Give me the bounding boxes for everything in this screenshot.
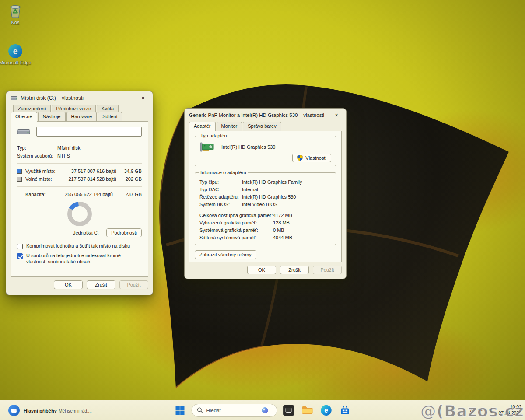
- widget-subheadline: Měl jsem ji rád....: [59, 409, 92, 413]
- svg-text:e: e: [13, 46, 18, 56]
- free-space-bytes: 217 537 814 528 bajtů: [64, 176, 116, 182]
- ok-button[interactable]: OK: [247, 266, 276, 274]
- disk-dialog-front-tabs: Obecné Nástroje Hardware Sdílení: [6, 112, 153, 121]
- taskbar-store[interactable]: [338, 403, 353, 418]
- info-label: Systém BIOS:: [200, 202, 242, 207]
- list-all-modes-button[interactable]: Zobrazit všechny režimy: [195, 250, 256, 259]
- desktop-icon-label: Microsoft Edge: [0, 60, 32, 66]
- used-space-label: Využité místo:: [25, 168, 64, 174]
- info-label: Řetězec adaptéru:: [200, 194, 242, 200]
- info-value: 0 MB: [273, 228, 284, 233]
- apply-button[interactable]: Použít: [119, 280, 148, 289]
- tray-clock[interactable]: 10:02 07.04.2025: [498, 404, 522, 416]
- adapter-properties-button[interactable]: Vlastnosti: [292, 154, 331, 162]
- adapter-properties-dialog: Generic PnP Monitor a Intel(R) HD Graphi…: [184, 108, 346, 279]
- start-button[interactable]: [173, 403, 188, 418]
- desktop-icon-edge[interactable]: e Microsoft Edge: [0, 44, 32, 66]
- filesystem-value: NTFS: [57, 153, 70, 158]
- info-value: Intel Video BIOS: [242, 202, 277, 207]
- search-highlights-icon: [262, 407, 269, 414]
- volume-icon[interactable]: [488, 408, 494, 413]
- type-value: Místní disk: [57, 145, 80, 150]
- cancel-button[interactable]: Zrušit: [280, 266, 309, 274]
- widget-headline: Hlavní příběhy: [24, 408, 57, 413]
- info-label: Typ DAC:: [200, 187, 242, 192]
- search-input[interactable]: [206, 408, 258, 413]
- index-checkbox[interactable]: [17, 253, 23, 259]
- adapter-dialog-tabs: Adaptér Monitor Správa barev: [185, 122, 346, 131]
- info-label: Sdílená systémová paměť:: [200, 235, 273, 240]
- folder-icon: [302, 406, 313, 415]
- edge-icon: e: [321, 405, 332, 416]
- type-label: Typ:: [17, 145, 57, 150]
- adapter-dialog-title: Generic PnP Monitor a Intel(R) HD Graphi…: [189, 112, 324, 118]
- tab-obecne[interactable]: Obecné: [10, 112, 37, 122]
- info-value: Intel(R) HD Graphics Family: [242, 179, 302, 185]
- cancel-button[interactable]: Zrušit: [87, 280, 116, 289]
- edge-icon: e: [8, 44, 23, 59]
- disk-dialog-title: Místní disk (C:) – vlastnosti: [21, 95, 84, 101]
- used-space-size: 34,9 GB: [116, 168, 142, 174]
- ok-button[interactable]: OK: [54, 280, 83, 289]
- info-value: 4172 MB: [273, 213, 292, 218]
- window-icon: [283, 405, 294, 416]
- search-icon: [197, 407, 203, 413]
- close-icon[interactable]: ×: [329, 110, 343, 120]
- adapter-dialog-titlebar[interactable]: Generic PnP Monitor a Intel(R) HD Graphi…: [185, 108, 346, 122]
- free-space-label: Volné místo:: [25, 176, 64, 182]
- compress-checkbox-label: Komprimovat jednotku a šetřit tak místo …: [26, 243, 130, 249]
- capacity-bytes: 255 055 622 144 bajtů: [60, 192, 113, 197]
- free-legend-swatch: [17, 177, 22, 182]
- capacity-size: 237 GB: [113, 192, 142, 197]
- taskbar-app-dark-window[interactable]: [281, 403, 296, 418]
- free-space-size: 202 GB: [116, 176, 142, 182]
- info-label: Typ čipu:: [200, 179, 242, 185]
- tab-monitor[interactable]: Monitor: [217, 122, 242, 131]
- adapter-info-group-title: Informace o adaptéru: [199, 170, 248, 175]
- volume-label-input[interactable]: [36, 127, 142, 136]
- adapter-properties-button-label: Vlastnosti: [305, 155, 326, 161]
- store-icon: [340, 405, 350, 416]
- info-label: Vyhrazená grafická paměť:: [200, 220, 273, 225]
- widgets-button[interactable]: Hlavní příběhy Měl jsem ji rád....: [4, 402, 95, 419]
- taskbar-search-box[interactable]: [192, 404, 277, 417]
- info-label: Systémová grafická paměť:: [200, 228, 273, 233]
- adapter-type-group: Typ adaptéru Intel(R) HD Graphics 530: [195, 136, 336, 166]
- tray-chevron-up-icon[interactable]: ∧: [469, 407, 473, 413]
- adapter-name: Intel(R) HD Graphics 530: [221, 144, 276, 150]
- network-wifi-icon[interactable]: [477, 408, 484, 413]
- taskbar-edge[interactable]: e: [319, 403, 334, 418]
- tab-sprava-barev[interactable]: Správa barev: [243, 122, 281, 131]
- details-button[interactable]: Podrobnosti: [106, 228, 142, 237]
- gpu-card-icon: [200, 141, 215, 153]
- filesystem-label: Systém souborů:: [17, 153, 57, 158]
- info-value: 128 MB: [273, 220, 290, 225]
- disk-usage-donut: [66, 200, 93, 228]
- disk-dialog-titlebar[interactable]: Místní disk (C:) – vlastnosti ×: [6, 91, 153, 105]
- capacity-label: Kapacita:: [25, 192, 60, 197]
- tab-sdileni[interactable]: Sdílení: [98, 112, 122, 121]
- disk-general-tab-panel: Typ: Místní disk Systém souborů: NTFS Vy…: [10, 121, 148, 277]
- taskbar-file-explorer[interactable]: [300, 403, 315, 418]
- drive-name-label: Jednotka C:: [73, 230, 99, 235]
- apply-button[interactable]: Použít: [313, 266, 342, 274]
- info-label: Celková dostupná grafická paměť:: [200, 213, 273, 218]
- uac-shield-icon: [297, 155, 303, 161]
- used-legend-swatch: [17, 169, 22, 174]
- windows-logo-icon: [175, 406, 185, 415]
- recycle-bin-icon: [8, 3, 23, 18]
- used-space-bytes: 37 517 807 616 bajtů: [64, 168, 116, 174]
- adapter-type-group-title: Typ adaptéru: [199, 133, 230, 138]
- tab-nastroje[interactable]: Nástroje: [38, 112, 66, 121]
- adapter-tab-panel: Typ adaptéru Intel(R) HD Graphics 530: [189, 131, 342, 262]
- info-value: 4044 MB: [273, 235, 292, 240]
- desktop-icon-label: Koš: [11, 20, 20, 25]
- compress-checkbox[interactable]: [17, 244, 23, 249]
- close-icon[interactable]: ×: [136, 93, 150, 103]
- clock-time: 10:02: [498, 404, 522, 410]
- info-value: Internal: [242, 187, 258, 192]
- desktop-icon-recycle-bin[interactable]: Koš: [0, 3, 32, 25]
- tab-adapter[interactable]: Adaptér: [189, 122, 216, 131]
- tab-hardware[interactable]: Hardware: [66, 112, 97, 121]
- widgets-weather-icon: [8, 404, 20, 416]
